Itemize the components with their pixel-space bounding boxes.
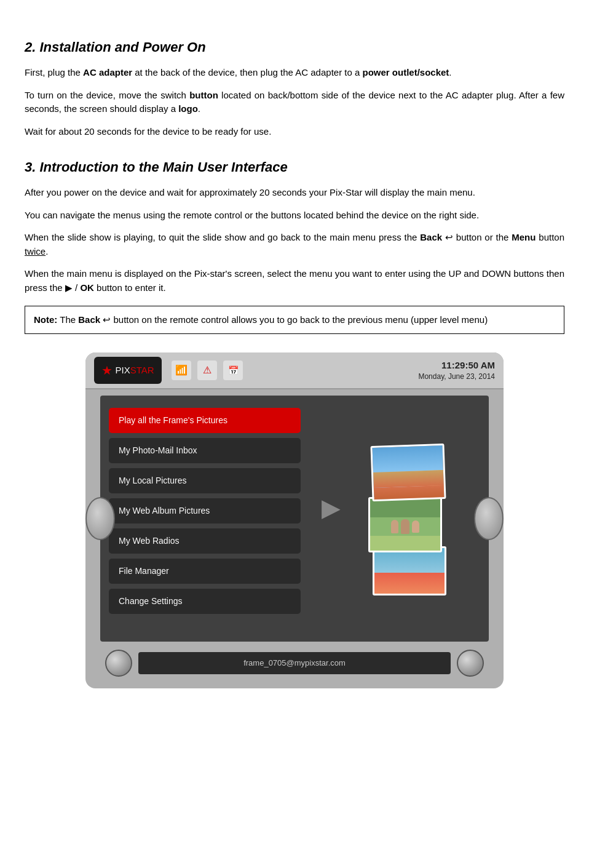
device-topbar: ★ PIXSTAR 📶 ⚠ 📅 11:29:50 AM Monday, June… — [85, 352, 504, 389]
section2-para3: Wait for about 20 seconds for the device… — [25, 125, 564, 139]
section3-title: 3. Introduction to the Main User Interfa… — [25, 157, 564, 177]
right-nav-button[interactable] — [474, 497, 504, 540]
device-icons: 📶 ⚠ 📅 — [172, 360, 418, 380]
note-text: Note: The Back ↩ button on the remote co… — [34, 314, 488, 325]
menu-item-4[interactable]: My Web Radios — [109, 528, 301, 554]
section3-para3: When the slide show is playing, to quit … — [25, 231, 564, 258]
section3-para4: When the main menu is displayed on the P… — [25, 267, 564, 295]
bold-back: Back — [420, 232, 442, 242]
photo-card-2 — [368, 497, 442, 552]
play-icon: ▶ — [322, 489, 341, 526]
menu-item-0[interactable]: Play all the Frame's Pictures — [109, 408, 301, 433]
bold-ok: OK — [80, 282, 94, 293]
section2-para2: To turn on the device, move the switch b… — [25, 89, 564, 116]
device-clock: 11:29:50 AM Monday, June 23, 2014 — [418, 359, 495, 382]
alert-icon: ⚠ — [197, 360, 217, 380]
menu-item-5[interactable]: File Manager — [109, 559, 301, 584]
device-preview: ▶ — [309, 396, 489, 642]
bold-power-outlet: power outlet/socket — [363, 67, 449, 78]
clock-time: 11:29:50 AM — [418, 359, 495, 372]
pixstar-logo: ★ PIXSTAR — [94, 357, 162, 384]
photo-stack — [365, 445, 451, 592]
underline-twice: twice — [25, 246, 45, 257]
section3-para1: After you power on the device and wait f… — [25, 186, 564, 200]
menu-item-3[interactable]: My Web Album Pictures — [109, 498, 301, 524]
bold-button: button — [189, 90, 218, 100]
device-screenshot: ★ PIXSTAR 📶 ⚠ 📅 11:29:50 AM Monday, June… — [85, 352, 504, 688]
bold-ac-adapter: AC adapter — [83, 67, 132, 78]
section3-para2: You can navigate the menus using the rem… — [25, 209, 564, 223]
star-icon: ★ — [101, 361, 113, 380]
logo-text: PIXSTAR — [115, 364, 154, 378]
section2-para1: First, plug the AC adapter at the back o… — [25, 66, 564, 80]
bottom-right-ball — [457, 650, 484, 677]
device-email-bar: frame_0705@mypixstar.com — [138, 652, 451, 674]
clock-date: Monday, June 23, 2014 — [418, 372, 495, 382]
note-back-bold: Back — [78, 314, 100, 325]
section2-title: 2. Installation and Power On — [25, 37, 564, 57]
device-screen: Play all the Frame's PicturesMy Photo-Ma… — [100, 396, 489, 642]
photo-card-1 — [370, 444, 446, 501]
bottom-nav-row: frame_0705@mypixstar.com — [100, 648, 489, 679]
note-box: Note: The Back ↩ button on the remote co… — [25, 306, 564, 334]
menu-item-1[interactable]: My Photo-Mail Inbox — [109, 438, 301, 463]
device-menu: Play all the Frame's PicturesMy Photo-Ma… — [100, 396, 309, 642]
bottom-left-ball — [105, 650, 132, 677]
calendar-icon: 📅 — [223, 360, 243, 380]
left-nav-button[interactable] — [85, 497, 115, 540]
menu-item-6[interactable]: Change Settings — [109, 589, 301, 614]
device-email-text: frame_0705@mypixstar.com — [243, 658, 346, 667]
bold-menu: Menu — [512, 232, 536, 242]
note-label: Note: — [34, 314, 57, 325]
wifi-icon: 📶 — [172, 360, 191, 380]
bold-logo: logo — [178, 103, 198, 114]
photo-card-3 — [373, 546, 446, 595]
menu-item-2[interactable]: My Local Pictures — [109, 468, 301, 493]
